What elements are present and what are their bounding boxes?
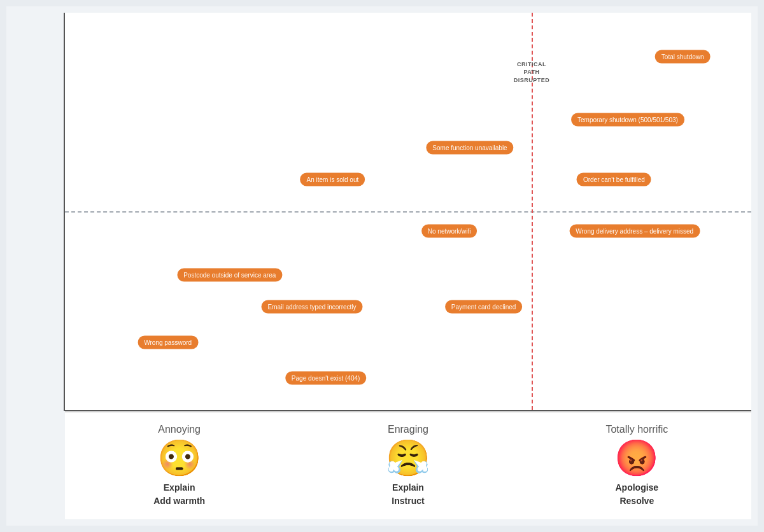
- badge-wrong-delivery: Wrong delivery address – delivery missed: [569, 225, 700, 238]
- horrific-emoji: 😡: [614, 440, 659, 476]
- h-divider: [65, 211, 751, 213]
- bottom-col-annoying: Annoying 😳 ExplainAdd warmth: [65, 412, 294, 519]
- badge-temp-shutdown: Temporary shutdown (500/501/503): [571, 113, 684, 127]
- horrific-title: Totally horrific: [605, 424, 668, 435]
- badge-no-network: No network/wifi: [421, 225, 478, 238]
- chart-area: CRITICALPATHDISRUPTED Total shutdown Tem…: [13, 13, 751, 411]
- badge-item-sold-out: An item is sold out: [301, 173, 365, 186]
- badge-total-shutdown: Total shutdown: [655, 50, 711, 63]
- badge-some-function: Some function unavailable: [426, 141, 513, 155]
- badge-password: Wrong password: [138, 335, 198, 349]
- annoying-title: Annoying: [158, 424, 201, 435]
- y-axis: [13, 13, 64, 411]
- badge-postcode: Postcode outside of service area: [177, 268, 282, 281]
- enraging-emoji: 😤: [386, 440, 430, 476]
- enraging-action: ExplainInstruct: [392, 481, 424, 508]
- enraging-title: Enraging: [388, 424, 428, 435]
- plot-area: CRITICALPATHDISRUPTED Total shutdown Tem…: [64, 13, 751, 411]
- annoying-emoji: 😳: [157, 440, 202, 476]
- badge-order-unfulfilled: Order can't be fulfilled: [577, 173, 651, 186]
- bottom-section: Annoying 😳 ExplainAdd warmth Enraging 😤 …: [65, 411, 751, 519]
- main-container: CRITICALPATHDISRUPTED Total shutdown Tem…: [6, 6, 758, 526]
- bottom-col-horrific: Totally horrific 😡 ApologiseResolve: [523, 412, 751, 519]
- critical-path-label: CRITICALPATHDISRUPTED: [514, 60, 550, 85]
- badge-404: Page doesn't exist (404): [285, 372, 367, 385]
- horrific-action: ApologiseResolve: [615, 481, 658, 508]
- annoying-action: ExplainAdd warmth: [153, 481, 205, 508]
- badge-payment: Payment card declined: [445, 300, 523, 313]
- bottom-col-enraging: Enraging 😤 ExplainInstruct: [294, 412, 522, 519]
- badge-email: Email address typed incorrectly: [262, 300, 363, 313]
